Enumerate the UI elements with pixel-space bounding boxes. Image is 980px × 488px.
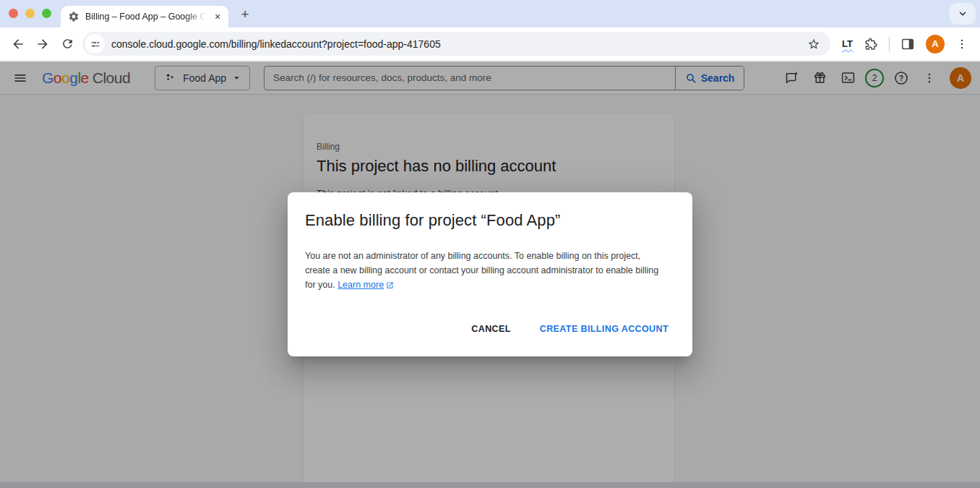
cancel-button[interactable]: CANCEL: [465, 317, 517, 341]
three-dot-menu-icon: [955, 38, 968, 51]
dialog-actions: CANCEL CREATE BILLING ACCOUNT: [305, 317, 675, 342]
fullscreen-window-button[interactable]: [42, 9, 51, 18]
new-tab-button[interactable]: +: [236, 5, 254, 24]
browser-tab-active[interactable]: Billing – Food App – Google C ×: [61, 6, 228, 27]
external-link-icon: [386, 281, 394, 289]
reload-button[interactable]: [55, 32, 79, 56]
bookmark-button[interactable]: [804, 35, 823, 53]
side-panel-button[interactable]: [901, 37, 915, 51]
chevron-down-icon: [958, 9, 968, 19]
site-settings-button[interactable]: [85, 34, 105, 53]
address-bar[interactable]: console.cloud.google.com/billing/linkeda…: [82, 32, 830, 56]
site-settings-tune-icon: [90, 38, 101, 50]
tab-search-button[interactable]: [950, 3, 976, 25]
enable-billing-dialog: Enable billing for project “Food App” Yo…: [288, 192, 692, 356]
extensions-puzzle-icon: [864, 37, 878, 51]
reload-icon: [61, 37, 74, 51]
languagetool-extension-button[interactable]: LT: [842, 38, 853, 49]
back-button[interactable]: [6, 32, 30, 56]
toolbar-extensions-area: LT A: [835, 35, 974, 53]
minimize-window-button[interactable]: [25, 9, 35, 18]
browser-menu-button[interactable]: [955, 38, 968, 51]
dialog-title: Enable billing for project “Food App”: [305, 211, 675, 230]
back-arrow-icon: [11, 37, 25, 51]
extensions-button[interactable]: [864, 37, 878, 51]
window-controls: [9, 9, 51, 18]
forward-button[interactable]: [30, 32, 55, 56]
star-icon: [807, 38, 820, 51]
close-window-button[interactable]: [9, 9, 18, 18]
browser-toolbar: console.cloud.google.com/billing/linkeda…: [0, 27, 980, 61]
browser-profile-avatar[interactable]: A: [926, 35, 945, 53]
browser-tab-strip: Billing – Food App – Google C × +: [0, 0, 980, 27]
toolbar-divider: [889, 37, 890, 51]
learn-more-link[interactable]: Learn more: [338, 280, 384, 290]
dialog-body: You are not an administrator of any bill…: [305, 249, 661, 292]
url-text[interactable]: console.cloud.google.com/billing/linkeda…: [111, 38, 441, 50]
side-panel-icon: [901, 37, 915, 51]
forward-arrow-icon: [35, 37, 50, 51]
create-billing-account-button[interactable]: CREATE BILLING ACCOUNT: [533, 317, 675, 341]
tab-favicon-gcp-icon: [68, 11, 79, 22]
tab-title: Billing – Food App – Google C: [85, 12, 208, 22]
close-tab-icon[interactable]: ×: [211, 10, 224, 23]
